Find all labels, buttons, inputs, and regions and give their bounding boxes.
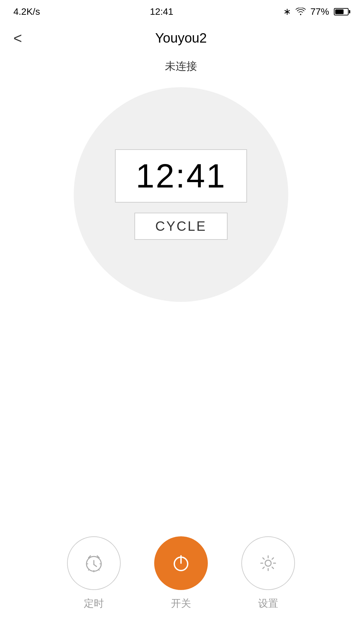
clock-alarm-icon (82, 551, 106, 575)
status-right-icons: ∗ 77% (283, 6, 349, 17)
power-label: 开关 (171, 597, 191, 610)
timer-label: 定时 (84, 597, 104, 610)
cycle-button[interactable]: CYCLE (134, 213, 227, 240)
svg-point-12 (265, 560, 271, 566)
bluetooth-icon: ∗ (283, 6, 291, 17)
network-speed: 4.2K/s (13, 6, 40, 17)
timer-control[interactable]: 定时 (67, 536, 121, 610)
settings-control[interactable]: 设置 (241, 536, 295, 610)
status-bar: 4.2K/s 12:41 ∗ 77% (0, 0, 362, 20)
timer-circle[interactable] (67, 536, 121, 590)
gear-icon (256, 551, 280, 575)
power-icon (169, 551, 193, 575)
back-button[interactable]: < (13, 31, 22, 46)
svg-line-2 (94, 565, 97, 567)
bottom-controls: 定时 开关 设置 (0, 536, 362, 644)
page-header: < Youyou2 (0, 20, 362, 56)
battery-percentage: 77% (310, 6, 329, 17)
connection-status: 未连接 (0, 59, 362, 74)
main-content: 12:41 CYCLE (0, 87, 362, 536)
power-circle[interactable] (154, 536, 208, 590)
settings-circle[interactable] (241, 536, 295, 590)
page-title: Youyou2 (155, 31, 207, 46)
time-display: 12:41 (115, 149, 247, 203)
device-circle: 12:41 CYCLE (74, 87, 288, 302)
svg-line-9 (99, 569, 99, 570)
power-control[interactable]: 开关 (154, 536, 208, 610)
svg-line-8 (88, 569, 89, 570)
battery-icon (334, 8, 349, 15)
wifi-icon (296, 8, 306, 16)
status-time: 12:41 (150, 6, 173, 17)
settings-label: 设置 (258, 597, 278, 610)
